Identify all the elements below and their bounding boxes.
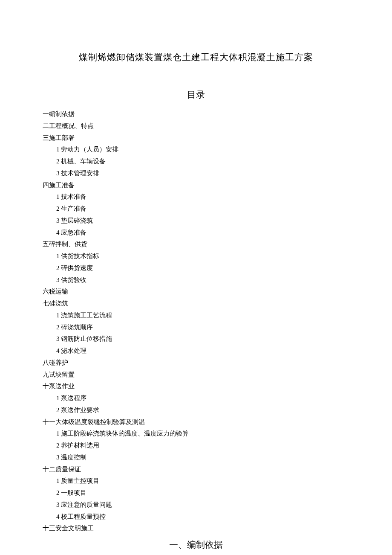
toc-subitem: 3 供货验收 <box>56 274 349 286</box>
toc-subitem: 2 生产准备 <box>56 203 349 215</box>
toc-item: 三施工部署 <box>43 132 349 144</box>
toc-item: 四施工准备 <box>43 180 349 192</box>
toc-subitem: 3 技术管理安排 <box>56 168 349 180</box>
toc-subitem: 3 温度控制 <box>56 452 349 464</box>
toc-subitem: 3 垫层碎浇筑 <box>56 215 349 227</box>
toc-subitem: 1 供货技术指标 <box>56 250 349 262</box>
toc-subitem: 1 劳动力（人员）安排 <box>56 144 349 156</box>
toc-subitem: 2 机械、车辆设备 <box>56 156 349 168</box>
toc-subitem: 4 应急准备 <box>56 227 349 239</box>
toc-item: 六税运输 <box>43 286 349 298</box>
toc-item: 十二质量保证 <box>43 464 349 476</box>
toc-subitem: 1 质量主控项目 <box>56 475 349 487</box>
section-heading: 一、编制依据 <box>43 539 349 551</box>
toc-item: 八碰养护 <box>43 357 349 369</box>
toc-item: 十一大体级温度裂缝控制验算及测温 <box>43 416 349 428</box>
toc-subitem: 3 应注意的质量问题 <box>56 499 349 511</box>
document-title: 煤制烯燃卸储煤装置煤仓土建工程大体积混凝土施工方案 <box>43 51 349 63</box>
toc-subitem: 4 泌水处理 <box>56 345 349 357</box>
toc-item: 十泵送作业 <box>43 381 349 392</box>
toc-subitem: 2 泵送作业要求 <box>56 404 349 416</box>
toc-item: 二工程概况、特点 <box>43 120 349 132</box>
toc-subitem: 1 浇筑施工工艺流程 <box>56 310 349 322</box>
toc-subitem: 1 泵送程序 <box>56 392 349 404</box>
toc-subitem: 2 养护材料选用 <box>56 440 349 452</box>
toc-subitem: 1 技术准备 <box>56 191 349 203</box>
toc-item: 十三安全文明施工 <box>43 523 349 535</box>
toc-subitem: 1 施工阶段碎浇筑块体的温度、温度应力的验算 <box>56 428 349 440</box>
toc-heading: 目录 <box>43 89 349 101</box>
toc-subitem: 3 钢筋防止位移措施 <box>56 333 349 345</box>
toc-subitem: 2 碎浇筑顺序 <box>56 322 349 334</box>
toc-item: 九试块留置 <box>43 369 349 381</box>
toc-item: 七硅浇筑 <box>43 298 349 310</box>
toc-item: 一编制依据 <box>43 108 349 120</box>
toc-subitem: 2 一般项目 <box>56 487 349 499</box>
toc-item: 五碎拌制、供货 <box>43 238 349 250</box>
toc-subitem: 4 校工程质量预控 <box>56 511 349 523</box>
toc-subitem: 2 碎供货速度 <box>56 262 349 274</box>
table-of-contents: 一编制依据 二工程概况、特点 三施工部署 1 劳动力（人员）安排 2 机械、车辆… <box>43 108 349 535</box>
